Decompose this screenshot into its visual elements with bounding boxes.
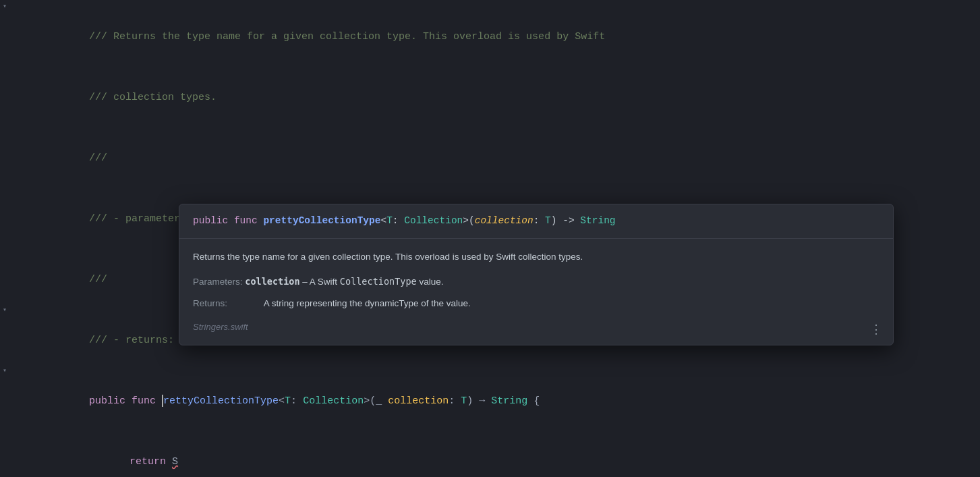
type-collection: Collection (303, 395, 364, 407)
sig-generic-close: >( (463, 215, 474, 226)
line-content-2: /// collection types. (27, 67, 980, 128)
keyword-return: return (129, 456, 172, 468)
sig-param-type-t: T (545, 215, 551, 226)
editor-area: ▾ /// Returns the type name for a given … (0, 0, 980, 477)
sig-collection-type: Collection (404, 215, 463, 226)
sig-param-collection: collection (475, 215, 534, 226)
return-type-string: String (491, 395, 527, 407)
doc-popup-signature: public func prettyCollectionType<T: Coll… (179, 204, 893, 239)
code-line-2: /// collection types. (0, 67, 980, 128)
line-content-3: /// (27, 128, 980, 189)
line-content-8: return S (27, 432, 980, 477)
colon-1: : (291, 395, 303, 407)
colon-2: : (449, 395, 461, 407)
sig-func-name: prettyCollectionType (263, 215, 380, 226)
comment-text-3: /// (89, 152, 107, 164)
line-content-1: /// Returns the type name for a given co… (27, 7, 980, 67)
open-brace: { (527, 395, 540, 407)
doc-returns-label: Returns: (193, 298, 227, 308)
sig-colon: : (393, 215, 404, 226)
doc-param-name: collection – A Swift CollectionType valu… (245, 277, 443, 287)
doc-returns-text: A string representing the dynamicType of… (264, 298, 471, 308)
code-line-1: ▾ /// Returns the type name for a given … (0, 7, 980, 67)
doc-params-label: Parameters: (193, 277, 243, 287)
sig-generic-open: < (380, 215, 386, 226)
keyword-func: func (132, 395, 162, 407)
line-content-7: public func rettyCollectionType<T: Colle… (27, 371, 980, 432)
sig-public-keyword: public func (193, 215, 263, 226)
sig-param-sep: : (534, 215, 545, 226)
code-line-7: ▾ public func rettyCollectionType<T: Col… (0, 371, 980, 432)
close-paren: ) (467, 395, 479, 407)
fold-icon-7[interactable]: ▾ (3, 361, 7, 381)
param-type-t: T (461, 395, 467, 407)
param-collection: collection (388, 395, 449, 407)
sig-type-t: T (386, 215, 393, 226)
doc-param-entry: Parameters: collection – A Swift Collect… (193, 275, 880, 289)
return-value: S (172, 456, 178, 468)
sig-close-paren: ) -> (551, 215, 581, 226)
code-line-3: /// (0, 128, 980, 189)
doc-popup-body: Returns the type name for a given collec… (179, 239, 893, 345)
comment-text-2: /// collection types. (89, 92, 217, 103)
func-name: rettyCollectionType (163, 395, 279, 407)
sig-return-type: String (580, 215, 615, 226)
type-param-open: < (279, 395, 285, 407)
comment-text-1: /// Returns the type name for a given co… (89, 31, 605, 43)
doc-description: Returns the type name for a given collec… (193, 250, 880, 264)
doc-returns-entry: Returns: A string representing the dynam… (193, 296, 880, 311)
fold-icon-6[interactable]: ▾ (3, 300, 7, 320)
doc-more-icon[interactable]: ⋮ (870, 322, 882, 337)
keyword-public: public (89, 395, 132, 407)
code-line-8: return S (0, 432, 980, 477)
type-param-close: >(_ (364, 395, 388, 407)
arrow-operator: → (479, 395, 491, 407)
fold-icon-1[interactable]: ▾ (3, 0, 7, 17)
doc-source-file: Stringers.swift (193, 320, 880, 335)
type-param-t: T (285, 395, 291, 407)
comment-text-5: /// (89, 274, 107, 285)
doc-popup: public func prettyCollectionType<T: Coll… (179, 204, 894, 345)
